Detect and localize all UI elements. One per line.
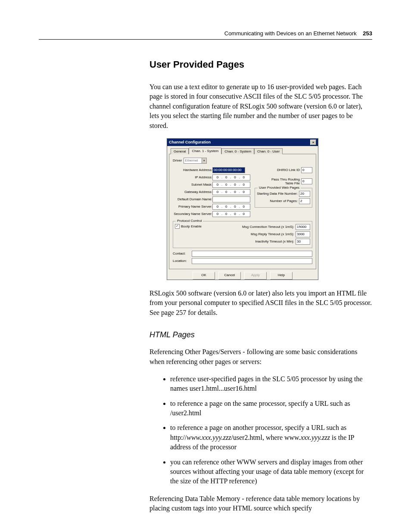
pns-label: Primary Name Server: [173, 205, 212, 208]
tab-general[interactable]: General [171, 148, 189, 154]
inactivity-label: Inactivity Timeout (x Min): [255, 240, 294, 243]
bullet-item: to reference a page on another processor… [170, 423, 372, 452]
intro-paragraph: You can use a text editor to generate up… [149, 82, 372, 131]
user-pages-group: User Provided Web Pages Starting Data Fi… [255, 188, 312, 208]
bullet-item: you can reference other WWW servers and … [170, 457, 372, 486]
tab-chan0-system[interactable]: Chan. 0 - System [221, 148, 254, 154]
dialog-title: Channel Configuration [169, 140, 211, 144]
bootp-checkbox[interactable]: ✓ [175, 224, 180, 229]
page-number: 253 [363, 30, 372, 37]
start-file-field[interactable]: 20 [299, 191, 310, 197]
msg-conn-label: Msg Connection Timeout (x 1mS): [242, 225, 294, 229]
bullet-item: reference user-specified pages in the SL… [170, 374, 372, 394]
channel-config-figure: Channel Configuration × General Chan. 1 … [167, 138, 372, 280]
start-file-label: Starting Data File Number: [257, 192, 298, 196]
msg-reply-label: Msg Reply Timeout (x 1mS): [251, 232, 294, 236]
gateway-label: Gateway Address: [173, 190, 212, 194]
msg-conn-field[interactable]: 15000 [296, 224, 310, 230]
running-header: Communicating with Devices on an Etherne… [39, 30, 372, 37]
contact-label: Contact: [173, 252, 192, 255]
passthru-label: Pass Thru Routing Table File [270, 177, 300, 185]
tab-chan1-system[interactable]: Chan. 1 - System [189, 148, 221, 154]
inactivity-field[interactable]: 30 [296, 239, 310, 245]
hw-addr-label: Hardware Address: [173, 168, 212, 172]
html-pages-subhead: HTML Pages [149, 330, 372, 339]
driver-combo[interactable]: Ethernet [184, 158, 207, 164]
driver-label: Driver [173, 159, 182, 162]
location-label: Location: [173, 259, 192, 263]
num-pages-label: Number of Pages: [270, 199, 298, 203]
pns-field[interactable]: 0.0.0.0 [212, 204, 250, 210]
domain-label: Default Domain Name: [173, 197, 212, 201]
bootp-label: Bootp Enable [181, 224, 202, 228]
close-icon[interactable]: × [310, 140, 316, 145]
sns-label: Secondary Name Server: [173, 212, 212, 216]
header-rule [39, 39, 372, 40]
protocol-group-title: Protocol Control [176, 219, 203, 223]
domain-field[interactable] [212, 196, 250, 202]
reference-bullets: reference user-specified pages in the SL… [149, 374, 372, 486]
tab-body: Driver Ethernet Hardware Address: 00:00:… [169, 154, 316, 269]
subnet-label: Subnet Mask: [173, 183, 212, 187]
ip-label: IP Address: [173, 175, 212, 179]
msg-reply-field[interactable]: 3000 [296, 231, 310, 237]
page-heading: User Provided Pages [149, 59, 372, 70]
tab-strip: General Chan. 1 - System Chan. 0 - Syste… [167, 146, 318, 154]
header-section: Communicating with Devices on an Etherne… [224, 30, 357, 37]
para-import: RSLogix 500 software (version 6.0 or lat… [149, 289, 372, 317]
para-data-table: Referencing Data Table Memory - referenc… [149, 494, 372, 513]
user-pages-group-title: User Provided Web Pages [258, 186, 301, 190]
num-pages-field[interactable]: 2 [299, 198, 310, 204]
sns-field[interactable]: 0.0.0.0 [212, 211, 250, 217]
para-ref-intro: Referencing Other Pages/Servers - follow… [149, 347, 372, 367]
passthru-field[interactable]: 0 [301, 178, 312, 184]
channel-config-dialog: Channel Configuration × General Chan. 1 … [167, 138, 318, 280]
contact-field[interactable] [192, 251, 312, 257]
dialog-titlebar: Channel Configuration × [167, 139, 318, 146]
dhrio-field[interactable]: 0 [301, 167, 312, 173]
cancel-button[interactable]: Cancel [218, 272, 241, 280]
ip-field[interactable]: 0.0.0.0 [212, 174, 250, 180]
ok-button[interactable]: OK [193, 272, 215, 280]
subnet-field[interactable]: 0.0.0.0 [212, 182, 250, 188]
help-button[interactable]: Help [270, 272, 293, 280]
bullet-item: to reference a page on the same processo… [170, 399, 372, 418]
protocol-control-group: Protocol Control ✓ Bootp Enable Msg C [173, 221, 312, 248]
location-field[interactable] [192, 258, 312, 264]
gateway-field[interactable]: 0.0.0.0 [212, 189, 250, 195]
dialog-buttons: OK Cancel Apply Help [167, 272, 318, 280]
apply-button[interactable]: Apply [244, 272, 267, 280]
hw-addr-field[interactable]: 00:00:00:00:00:00 [212, 167, 245, 173]
tab-chan0-user[interactable]: Chan. 0 - User [254, 148, 283, 154]
dhrio-label: DHRIO Link ID [277, 168, 300, 172]
